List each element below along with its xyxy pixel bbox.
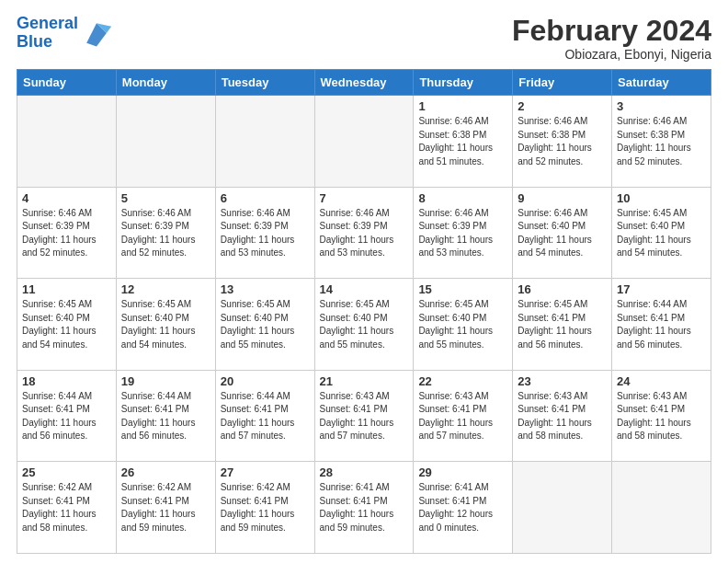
calendar-cell: 9Sunrise: 6:46 AM Sunset: 6:40 PM Daylig…	[513, 187, 612, 279]
day-header-thursday: Thursday	[414, 70, 513, 96]
day-number: 10	[617, 191, 706, 205]
day-info: Sunrise: 6:46 AM Sunset: 6:39 PM Dayligh…	[320, 207, 409, 260]
page: General Blue February 2024 Obiozara, Ebo…	[0, 0, 728, 563]
day-info: Sunrise: 6:46 AM Sunset: 6:39 PM Dayligh…	[22, 207, 111, 260]
calendar-cell: 20Sunrise: 6:44 AM Sunset: 6:41 PM Dayli…	[215, 370, 314, 462]
day-info: Sunrise: 6:45 AM Sunset: 6:40 PM Dayligh…	[221, 298, 310, 351]
day-info: Sunrise: 6:42 AM Sunset: 6:41 PM Dayligh…	[121, 481, 210, 534]
day-info: Sunrise: 6:46 AM Sunset: 6:39 PM Dayligh…	[418, 207, 507, 260]
day-info: Sunrise: 6:43 AM Sunset: 6:41 PM Dayligh…	[320, 390, 409, 443]
day-header-wednesday: Wednesday	[314, 70, 414, 96]
day-number: 25	[22, 465, 111, 479]
day-info: Sunrise: 6:45 AM Sunset: 6:40 PM Dayligh…	[418, 298, 507, 351]
day-info: Sunrise: 6:43 AM Sunset: 6:41 PM Dayligh…	[418, 390, 507, 443]
day-header-tuesday: Tuesday	[215, 70, 314, 96]
location: Obiozara, Ebonyi, Nigeria	[512, 47, 711, 62]
day-number: 22	[418, 374, 507, 388]
day-number: 6	[221, 191, 310, 205]
day-info: Sunrise: 6:43 AM Sunset: 6:41 PM Dayligh…	[518, 390, 607, 443]
day-number: 20	[221, 374, 310, 388]
calendar-cell: 18Sunrise: 6:44 AM Sunset: 6:41 PM Dayli…	[17, 370, 117, 462]
calendar-cell: 23Sunrise: 6:43 AM Sunset: 6:41 PM Dayli…	[513, 370, 612, 462]
day-info: Sunrise: 6:44 AM Sunset: 6:41 PM Dayligh…	[617, 298, 706, 351]
day-number: 23	[518, 374, 607, 388]
calendar-cell: 29Sunrise: 6:41 AM Sunset: 6:41 PM Dayli…	[414, 462, 513, 554]
day-number: 13	[221, 282, 310, 296]
day-info: Sunrise: 6:46 AM Sunset: 6:38 PM Dayligh…	[617, 115, 706, 168]
day-number: 26	[121, 465, 210, 479]
day-number: 16	[518, 282, 607, 296]
logo-icon	[80, 17, 113, 50]
day-number: 18	[22, 374, 111, 388]
header-right: February 2024 Obiozara, Ebonyi, Nigeria	[512, 15, 711, 62]
day-info: Sunrise: 6:41 AM Sunset: 6:41 PM Dayligh…	[320, 481, 409, 534]
calendar-week-0: 1Sunrise: 6:46 AM Sunset: 6:38 PM Daylig…	[17, 96, 711, 188]
day-header-sunday: Sunday	[17, 70, 117, 96]
day-number: 27	[221, 465, 310, 479]
logo-text2: Blue	[17, 33, 78, 52]
calendar-cell	[17, 96, 117, 188]
calendar-cell: 21Sunrise: 6:43 AM Sunset: 6:41 PM Dayli…	[314, 370, 414, 462]
day-number: 11	[22, 282, 111, 296]
calendar-cell: 4Sunrise: 6:46 AM Sunset: 6:39 PM Daylig…	[17, 187, 117, 279]
calendar-header-row: SundayMondayTuesdayWednesdayThursdayFrid…	[17, 70, 711, 96]
calendar-cell	[314, 96, 414, 188]
calendar-cell: 27Sunrise: 6:42 AM Sunset: 6:41 PM Dayli…	[215, 462, 314, 554]
calendar-cell: 2Sunrise: 6:46 AM Sunset: 6:38 PM Daylig…	[513, 96, 612, 188]
calendar-cell: 10Sunrise: 6:45 AM Sunset: 6:40 PM Dayli…	[612, 187, 711, 279]
day-number: 2	[518, 99, 607, 113]
calendar-cell: 8Sunrise: 6:46 AM Sunset: 6:39 PM Daylig…	[414, 187, 513, 279]
day-number: 1	[418, 99, 507, 113]
day-info: Sunrise: 6:45 AM Sunset: 6:40 PM Dayligh…	[121, 298, 210, 351]
calendar-cell: 1Sunrise: 6:46 AM Sunset: 6:38 PM Daylig…	[414, 96, 513, 188]
day-number: 28	[320, 465, 409, 479]
calendar-cell: 24Sunrise: 6:43 AM Sunset: 6:41 PM Dayli…	[612, 370, 711, 462]
day-number: 8	[418, 191, 507, 205]
day-number: 19	[121, 374, 210, 388]
day-info: Sunrise: 6:46 AM Sunset: 6:39 PM Dayligh…	[221, 207, 310, 260]
calendar-cell: 3Sunrise: 6:46 AM Sunset: 6:38 PM Daylig…	[612, 96, 711, 188]
calendar-cell: 26Sunrise: 6:42 AM Sunset: 6:41 PM Dayli…	[116, 462, 215, 554]
day-info: Sunrise: 6:45 AM Sunset: 6:40 PM Dayligh…	[617, 207, 706, 260]
day-info: Sunrise: 6:45 AM Sunset: 6:40 PM Dayligh…	[320, 298, 409, 351]
calendar-cell: 13Sunrise: 6:45 AM Sunset: 6:40 PM Dayli…	[215, 279, 314, 371]
day-number: 7	[320, 191, 409, 205]
calendar-week-2: 11Sunrise: 6:45 AM Sunset: 6:40 PM Dayli…	[17, 279, 711, 371]
calendar-cell	[612, 462, 711, 554]
day-header-friday: Friday	[513, 70, 612, 96]
calendar-cell: 25Sunrise: 6:42 AM Sunset: 6:41 PM Dayli…	[17, 462, 117, 554]
day-info: Sunrise: 6:46 AM Sunset: 6:40 PM Dayligh…	[518, 207, 607, 260]
calendar-table: SundayMondayTuesdayWednesdayThursdayFrid…	[17, 69, 711, 554]
calendar-cell: 7Sunrise: 6:46 AM Sunset: 6:39 PM Daylig…	[314, 187, 414, 279]
day-number: 5	[121, 191, 210, 205]
day-number: 12	[121, 282, 210, 296]
calendar-week-4: 25Sunrise: 6:42 AM Sunset: 6:41 PM Dayli…	[17, 462, 711, 554]
day-number: 29	[418, 465, 507, 479]
day-header-monday: Monday	[116, 70, 215, 96]
calendar-cell: 17Sunrise: 6:44 AM Sunset: 6:41 PM Dayli…	[612, 279, 711, 371]
day-info: Sunrise: 6:46 AM Sunset: 6:38 PM Dayligh…	[418, 115, 507, 168]
day-info: Sunrise: 6:46 AM Sunset: 6:38 PM Dayligh…	[518, 115, 607, 168]
calendar-cell: 6Sunrise: 6:46 AM Sunset: 6:39 PM Daylig…	[215, 187, 314, 279]
day-info: Sunrise: 6:42 AM Sunset: 6:41 PM Dayligh…	[221, 481, 310, 534]
day-number: 4	[22, 191, 111, 205]
calendar-week-1: 4Sunrise: 6:46 AM Sunset: 6:39 PM Daylig…	[17, 187, 711, 279]
day-info: Sunrise: 6:43 AM Sunset: 6:41 PM Dayligh…	[617, 390, 706, 443]
day-number: 24	[617, 374, 706, 388]
calendar-cell: 28Sunrise: 6:41 AM Sunset: 6:41 PM Dayli…	[314, 462, 414, 554]
calendar-week-3: 18Sunrise: 6:44 AM Sunset: 6:41 PM Dayli…	[17, 370, 711, 462]
day-info: Sunrise: 6:41 AM Sunset: 6:41 PM Dayligh…	[418, 481, 507, 534]
calendar-cell	[513, 462, 612, 554]
day-number: 21	[320, 374, 409, 388]
calendar-cell	[116, 96, 215, 188]
calendar-cell	[215, 96, 314, 188]
calendar-cell: 16Sunrise: 6:45 AM Sunset: 6:41 PM Dayli…	[513, 279, 612, 371]
day-number: 17	[617, 282, 706, 296]
calendar-cell: 14Sunrise: 6:45 AM Sunset: 6:40 PM Dayli…	[314, 279, 414, 371]
day-number: 9	[518, 191, 607, 205]
calendar-cell: 12Sunrise: 6:45 AM Sunset: 6:40 PM Dayli…	[116, 279, 215, 371]
day-number: 3	[617, 99, 706, 113]
day-info: Sunrise: 6:44 AM Sunset: 6:41 PM Dayligh…	[22, 390, 111, 443]
calendar-cell: 22Sunrise: 6:43 AM Sunset: 6:41 PM Dayli…	[414, 370, 513, 462]
day-header-saturday: Saturday	[612, 70, 711, 96]
